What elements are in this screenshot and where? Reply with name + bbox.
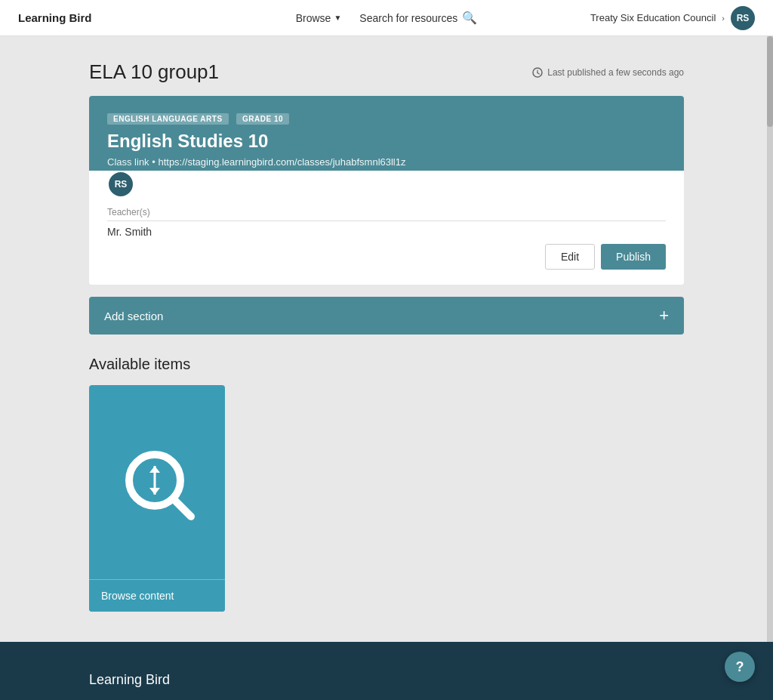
navbar: Learning Bird Browse ▼ Search for resour… [0,0,773,36]
browse-label: Browse [296,12,331,24]
org-chevron-icon: › [722,14,725,23]
browse-chevron-icon: ▼ [334,14,341,22]
tag-grade: GRADE 10 [236,113,289,125]
plus-icon: + [659,307,669,324]
tag-subject: ENGLISH LANGUAGE ARTS [107,113,229,125]
svg-line-4 [174,499,191,517]
class-card: ENGLISH LANGUAGE ARTS GRADE 10 English S… [89,96,684,285]
browse-search-icon [115,441,199,524]
search-icon: 🔍 [462,11,477,25]
add-section-bar[interactable]: Add section + [89,297,684,335]
footer-brand: Learning Bird [89,672,684,688]
class-link-row: Class link • https://staging.learningbir… [107,156,666,168]
class-card-body: RS Teacher(s) Mr. Smith Edit Publish [89,171,684,285]
card-actions: Edit Publish [107,238,666,270]
browse-card-label: Browse content [101,590,174,602]
class-link-url[interactable]: https://staging.learningbird.com/classes… [158,156,405,168]
clock-icon [532,67,543,78]
svg-line-2 [537,72,540,74]
available-items-section: Available items Browse content [89,356,684,612]
navbar-right: Treaty Six Education Council › RS [590,6,755,30]
browse-card-label-area: Browse content [89,579,225,612]
search-label: Search for resources [359,12,457,24]
org-name: Treaty Six Education Council [590,12,716,23]
help-button[interactable]: ? [725,652,755,682]
brand-logo: Learning Bird [18,11,92,24]
page-header: ELA 10 group1 Last published a few secon… [89,60,684,84]
nav-center: Browse ▼ Search for resources 🔍 [296,11,478,25]
scrollbar-track[interactable] [767,36,773,700]
browse-content-card[interactable]: Browse content [89,385,225,612]
tags-row: ENGLISH LANGUAGE ARTS GRADE 10 [107,111,666,131]
main-content: ELA 10 group1 Last published a few secon… [77,36,696,642]
teacher-avatar: RS [107,171,134,198]
nav-search[interactable]: Search for resources 🔍 [359,11,477,25]
teacher-name: Mr. Smith [107,226,666,238]
class-link-prefix: Class link [107,156,149,168]
class-card-header: ENGLISH LANGUAGE ARTS GRADE 10 English S… [89,96,684,183]
edit-button[interactable]: Edit [545,244,595,270]
published-status: Last published a few seconds ago [532,67,684,78]
scrollbar-thumb[interactable] [767,36,773,127]
page-title: ELA 10 group1 [89,60,219,84]
avatar-row: RS [107,171,666,198]
class-title: English Studies 10 [107,131,666,152]
teacher-label: Teacher(s) [107,207,666,221]
browse-card-icon-area [89,385,225,579]
available-items-title: Available items [89,356,684,373]
footer: Learning Bird +1 888 844 9022 support@le… [0,642,773,700]
publish-button[interactable]: Publish [601,244,666,270]
add-section-label: Add section [104,310,163,322]
footer-inner: Learning Bird +1 888 844 9022 support@le… [77,672,696,700]
status-text: Last published a few seconds ago [547,67,684,78]
user-avatar[interactable]: RS [731,6,755,30]
nav-browse[interactable]: Browse ▼ [296,12,342,24]
